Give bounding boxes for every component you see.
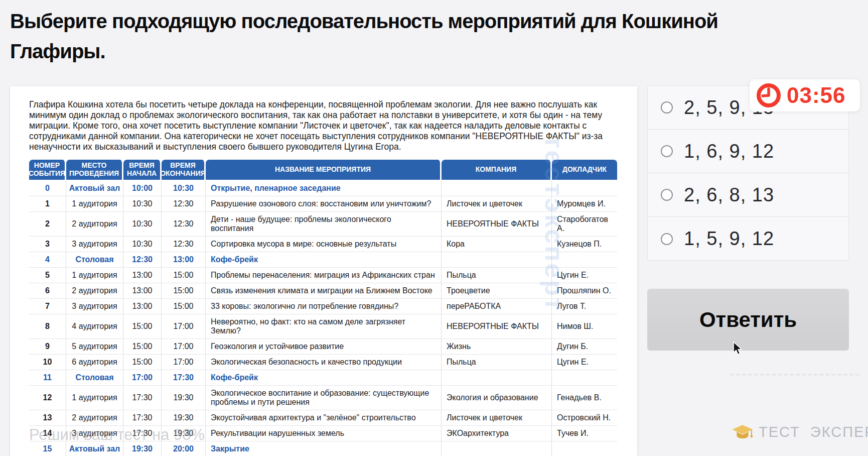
timer-value: 03:56 xyxy=(787,83,846,108)
cell-event-title: Геоэкология и устойчивое развитие xyxy=(206,339,442,354)
cell-speaker xyxy=(552,252,617,267)
option-label: 1, 5, 9, 12 xyxy=(684,228,774,250)
cell-event-title: Проблемы перенаселения: миграция из Афри… xyxy=(206,268,442,283)
cell-event-number: 5 xyxy=(29,268,66,283)
table-row: 13 2 аудитория 17:30 19:30 Экоустойчивая… xyxy=(29,410,617,426)
cell-place: 3 аудитория xyxy=(66,299,123,314)
cell-company: Листочек и цветочек xyxy=(442,196,552,211)
cell-speaker: Лугов Т. xyxy=(552,299,617,314)
cell-event-number: 3 xyxy=(29,237,66,252)
cell-event-number: 2 xyxy=(29,212,66,236)
cell-event-title: Закрытие xyxy=(206,441,442,456)
cell-company: ЭКОархитектура xyxy=(442,426,552,441)
cell-event-title: Кофе-брейк xyxy=(206,370,442,385)
cell-event-title: Разрушение озонового слоя: восстановим и… xyxy=(206,196,442,211)
quiz-page: { "page": { "title": "Выберите подходящу… xyxy=(0,0,868,456)
cell-start-time: 10:00 xyxy=(123,181,162,196)
cell-start-time: 10:30 xyxy=(123,196,162,211)
graduation-cap-icon xyxy=(732,423,754,440)
cell-event-number: 9 xyxy=(29,339,66,354)
cell-speaker: Тучев И. xyxy=(552,426,617,441)
cell-company: Кора xyxy=(442,237,552,252)
answer-button[interactable]: Ответить xyxy=(647,289,849,351)
cell-start-time: 17:30 xyxy=(123,410,162,425)
table-row: 15 Актовый зал 19:30 20:00 Закрытие xyxy=(29,441,617,456)
table-row: 10 6 аудитория 15:00 17:00 Экологическая… xyxy=(29,355,617,370)
column-header: МЕСТО ПРОВЕДЕНИЯ xyxy=(66,160,123,180)
column-header: ВРЕМЯ НАЧАЛА xyxy=(123,160,162,180)
cell-end-time: 15:00 xyxy=(162,268,206,283)
cell-speaker xyxy=(552,441,617,456)
cell-end-time: 15:00 xyxy=(162,299,206,314)
cell-speaker: Муромцев И. xyxy=(552,196,617,211)
cell-end-time: 12:30 xyxy=(162,237,206,252)
dashed-divider xyxy=(730,374,859,376)
answer-option[interactable]: 1, 6, 9, 12 xyxy=(648,130,848,173)
cell-end-time: 17:00 xyxy=(162,355,206,370)
cell-event-number: 0 xyxy=(29,181,66,196)
brand-logo: ТЕСТ ЭКСПЕРТ xyxy=(732,423,868,440)
page-title: Выберите подходящую последовательность м… xyxy=(10,6,783,66)
column-header: НОМЕР СОБЫТИЯ xyxy=(29,160,66,180)
cell-start-time: 15:00 xyxy=(123,314,162,338)
cell-end-time: 17:30 xyxy=(162,370,206,385)
cell-end-time: 15:00 xyxy=(162,283,206,298)
option-label: 2, 6, 8, 13 xyxy=(684,184,774,206)
question-text: Глафира Кошкина хотела бы посетить четыр… xyxy=(29,99,604,152)
cell-event-number: 15 xyxy=(29,441,66,456)
cell-start-time: 13:00 xyxy=(123,268,162,283)
cell-event-number: 6 xyxy=(29,283,66,298)
cell-speaker: Цугин Е. xyxy=(552,268,617,283)
cell-event-title: Экологическая безопасность и качество пр… xyxy=(206,355,442,370)
cell-end-time: 10:30 xyxy=(162,181,206,196)
cell-place: 1 аудитория xyxy=(66,268,123,283)
cell-end-time: 12:30 xyxy=(162,212,206,236)
table-row: 5 1 аудитория 13:00 15:00 Проблемы перен… xyxy=(29,268,617,283)
clock-icon xyxy=(756,82,782,108)
radio-button[interactable] xyxy=(661,189,673,201)
answer-option[interactable]: 2, 6, 8, 13 xyxy=(648,173,848,217)
cell-end-time: 19:30 xyxy=(162,386,206,410)
cell-place: 1 аудитория xyxy=(66,196,123,211)
cell-speaker: Нимов Ш. xyxy=(552,314,617,338)
cell-company xyxy=(442,181,552,196)
cell-start-time: 10:30 xyxy=(123,237,162,252)
cell-start-time: 10:30 xyxy=(123,212,162,236)
cell-end-time: 17:00 xyxy=(162,314,206,338)
cell-event-title: 33 коровы: экологично ли потребление гов… xyxy=(206,299,442,314)
cell-company: Троецветие xyxy=(442,283,552,298)
cell-place: 5 аудитория xyxy=(66,339,123,354)
answer-option[interactable]: 1, 5, 9, 12 xyxy=(648,217,848,261)
radio-button[interactable] xyxy=(661,145,673,157)
cell-speaker: Прошляпин О. xyxy=(552,283,617,298)
cell-place: Столовая xyxy=(66,252,123,267)
cell-speaker: Дугин Б. xyxy=(552,339,617,354)
cell-place: Столовая xyxy=(66,370,123,385)
cell-speaker: Старобогатов А. xyxy=(552,212,617,236)
cell-company: НЕВЕРОЯТНЫЕ ФАКТЫ xyxy=(442,314,552,338)
radio-button[interactable] xyxy=(661,101,673,113)
cell-event-number: 12 xyxy=(29,386,66,410)
cell-place: 2 аудитория xyxy=(66,283,123,298)
cell-event-title: Дети - наше будущее: проблемы экологичес… xyxy=(206,212,442,236)
timer: 03:56 xyxy=(750,79,860,111)
cell-event-title: Рекультивации нарушенных земель xyxy=(206,426,442,441)
radio-button[interactable] xyxy=(661,233,673,245)
cell-company: Листочек и цветочек xyxy=(442,410,552,425)
cell-company: Экология и образование xyxy=(442,386,552,410)
cell-company: Пыльца xyxy=(442,355,552,370)
cell-event-number: 4 xyxy=(29,252,66,267)
column-header: НАЗВАНИЕ МЕРОПРИЯТИЯ xyxy=(206,160,442,180)
question-card: Глафира Кошкина хотела бы посетить четыр… xyxy=(10,86,637,456)
cell-event-number: 10 xyxy=(29,355,66,370)
cell-event-number: 7 xyxy=(29,299,66,314)
table-row: 0 Актовый зал 10:00 10:30 Открытие, плен… xyxy=(29,181,617,196)
option-label: 1, 6, 9, 12 xyxy=(684,141,774,162)
cell-end-time: 17:00 xyxy=(162,339,206,354)
table-row: 1 1 аудитория 10:30 12:30 Разрушение озо… xyxy=(29,196,617,212)
cell-place: 2 аудитория xyxy=(66,212,123,236)
cell-event-title: Экоустойчивая архитектура и "зелёное" ст… xyxy=(206,410,442,425)
cell-company: переРАБОТКА xyxy=(442,299,552,314)
cell-end-time: 13:00 xyxy=(162,252,206,267)
table-row: 9 5 аудитория 15:00 17:00 Геоэкология и … xyxy=(29,339,617,355)
